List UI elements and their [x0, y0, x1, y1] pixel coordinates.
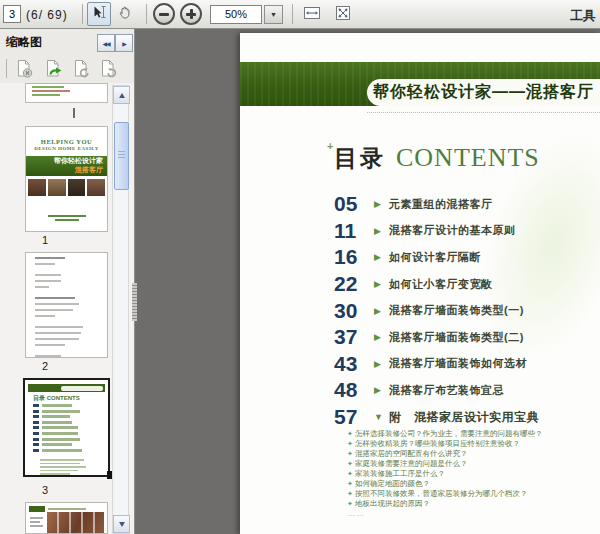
rotate-left-button[interactable]	[68, 56, 93, 81]
diamond-bullet-icon: ✦	[347, 440, 353, 447]
scroll-up-icon	[119, 93, 125, 98]
rotate-cw-icon	[97, 58, 119, 80]
toc-entry-text: 混搭客厅设计的基本原则	[389, 223, 516, 238]
document-view: 帮你轻松设计家——混搭客厅 + 目录 CONTENTS 05 ▶ 元素重组的混搭…	[135, 29, 600, 534]
mini-interior-photo	[47, 512, 104, 533]
appendix-item: ✦怎样验收精装房？哪些装修项目应特别注意验收？	[347, 439, 592, 449]
appendix-item: ✦地板出现拱起的原因？	[347, 499, 592, 509]
thumbnail-partial-top[interactable]	[25, 83, 108, 103]
scrollbar-thumb[interactable]	[114, 122, 129, 190]
mini-toc-title: 目录 CONTENTS	[33, 394, 80, 403]
toc-marker-icon: ▶	[374, 226, 389, 236]
toc-entry: 05 ▶ 元素重组的混搭客厅	[334, 191, 590, 218]
toolbar-separator	[292, 4, 293, 24]
diamond-bullet-icon: ✦	[347, 460, 353, 467]
toc-entry: 22 ▶ 如何让小客厅变宽敞	[334, 271, 590, 298]
page-delete-icon	[13, 58, 35, 80]
toc-marker-icon: ▶	[374, 199, 389, 209]
thumbnail-page-label: 2	[25, 360, 65, 372]
cover-english-subtitle: DESIGN HOME EASILY	[26, 146, 107, 151]
zoom-dropdown-button[interactable]: ▼	[264, 5, 283, 24]
cover-english-title: HELPING YOU	[26, 138, 107, 145]
appendix-item: ✦家庭装修需要注意的问题是什么？	[347, 459, 592, 469]
cover-publisher-mark	[26, 215, 107, 223]
toc-page-number: 48	[334, 378, 374, 402]
thumbnail-page-4[interactable]	[25, 502, 108, 534]
toc-entry-text: 如何让小客厅变宽敞	[389, 277, 493, 292]
thumbnail-page-label: 3	[25, 484, 65, 496]
cover-chinese-subtitle: 混搭客厅	[26, 166, 103, 174]
toc-entry: 16 ▶ 如何设计客厅隔断	[334, 244, 590, 271]
toc-page-number: 22	[334, 272, 374, 296]
delete-page-button[interactable]	[11, 56, 36, 81]
tools-menu-label[interactable]: 工具	[570, 7, 596, 25]
panel-collapse-button[interactable]: ◀◀	[97, 34, 115, 52]
toc-entry-text: 混搭客厅墙面装饰类型(二)	[389, 330, 524, 345]
toc-marker-icon: ▶	[374, 385, 389, 395]
diamond-bullet-icon: ✦	[347, 480, 353, 487]
toolbar-separator	[82, 4, 83, 24]
toc-entry-text: 混搭客厅墙面装饰类型(一)	[389, 303, 524, 318]
toc-page-number: 43	[334, 352, 374, 376]
diamond-bullet-icon: ✦	[347, 500, 353, 507]
select-text-tool-button[interactable]	[87, 2, 111, 26]
hand-tool-button[interactable]	[113, 2, 137, 26]
text-line	[32, 86, 64, 88]
text-line	[32, 90, 70, 92]
page-count-label: (6/ 69)	[26, 8, 68, 22]
toc-entry-appendix: 57 ▼ 附 混搭家居设计实用宝典	[334, 404, 590, 431]
scroll-down-button[interactable]	[113, 515, 130, 533]
fit-width-button[interactable]	[299, 3, 325, 26]
appendix-item: ✦如何确定地面的颜色？	[347, 479, 592, 489]
zoom-out-button[interactable]	[153, 3, 175, 25]
appendix-item: ✦怎样选择装修公司？作为业主，需要注意的问题有哪些？	[347, 429, 592, 439]
appendix-question-list: ✦怎样选择装修公司？作为业主，需要注意的问题有哪些？ ✦怎样验收精装房？哪些装修…	[347, 429, 592, 518]
chapter-banner-title: 帮你轻松设计家——混搭客厅	[367, 79, 600, 106]
fit-page-button[interactable]	[330, 3, 356, 26]
scroll-up-button[interactable]	[113, 86, 130, 104]
pdf-page: 帮你轻松设计家——混搭客厅 + 目录 CONTENTS 05 ▶ 元素重组的混搭…	[240, 33, 600, 534]
rotate-ccw-icon	[70, 58, 92, 80]
page-insert-icon	[42, 58, 64, 80]
zoom-level-value[interactable]: 50%	[210, 5, 262, 24]
fit-width-icon	[302, 4, 322, 26]
panel-splitter-grip[interactable]	[132, 283, 137, 321]
toc-page-number: 30	[334, 299, 374, 323]
appendix-item: ✦家装装修施工工序是什么？	[347, 469, 592, 479]
diamond-bullet-icon: ✦	[347, 450, 353, 457]
toolbar-separator	[6, 59, 7, 78]
toc-entry-text: 附 混搭家居设计实用宝典	[389, 409, 539, 426]
rotate-right-button[interactable]	[95, 56, 120, 81]
cover-photo-strip	[28, 179, 105, 196]
toc-page-number: 16	[334, 245, 374, 269]
text-cursor-mark	[73, 108, 75, 118]
mini-toc-rows	[25, 404, 108, 454]
page-number-input[interactable]	[3, 5, 21, 23]
thumbnail-page-1[interactable]: HELPING YOU DESIGN HOME EASILY 帮你轻松设计家 混…	[25, 126, 108, 232]
panel-expand-button[interactable]: ▶	[115, 34, 133, 52]
thumbnail-page-3-selected[interactable]: 目录 CONTENTS	[23, 378, 110, 477]
pdf-reader-window: (6/ 69) 50% ▼	[0, 0, 600, 534]
appendix-more-ellipsis: ……	[347, 509, 592, 518]
diamond-bullet-icon: ✦	[347, 490, 353, 497]
toc-entry-text: 元素重组的混搭客厅	[389, 197, 493, 212]
zoom-in-button[interactable]	[180, 3, 202, 25]
toc-entry: 11 ▶ 混搭客厅设计的基本原则	[334, 218, 590, 245]
minus-icon	[159, 13, 169, 16]
insert-page-button[interactable]	[40, 56, 65, 81]
appendix-item: ✦混搭家居的空间配置有什么讲究？	[347, 449, 592, 459]
toc-entry-text: 混搭客厅墙面装饰如何选材	[389, 356, 527, 371]
toc-title-chinese: 目录	[334, 143, 386, 174]
toolbar-separator	[146, 4, 147, 24]
thumbnail-scrollbar[interactable]	[112, 85, 129, 534]
toc-page-number: 11	[334, 219, 374, 243]
toc-marker-icon: ▶	[374, 306, 389, 316]
hand-icon	[117, 4, 133, 24]
cover-chinese-title: 帮你轻松设计家	[26, 156, 103, 166]
thumbnail-page-2[interactable]	[25, 252, 108, 358]
thumbnails-toolbar	[0, 54, 134, 84]
mini-banner	[28, 384, 105, 392]
thumbnails-panel-title: 缩略图	[6, 34, 42, 51]
toc-heading: + 目录 CONTENTS	[334, 143, 540, 174]
toc-entry: 48 ▶ 混搭客厅布艺装饰宜忌	[334, 377, 590, 404]
